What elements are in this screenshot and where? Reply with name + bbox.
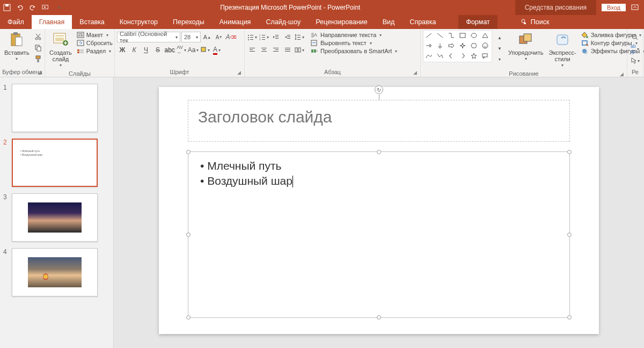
thumbnail-4[interactable]: 4 xyxy=(0,246,113,301)
resize-handle[interactable] xyxy=(567,150,572,154)
decrease-font-icon[interactable]: A▼ xyxy=(214,32,224,42)
align-text-button[interactable]: Выровнять текст xyxy=(309,39,399,47)
gallery-more-icon[interactable]: ▾ xyxy=(494,54,505,64)
decrease-indent-icon[interactable] xyxy=(270,32,281,42)
thumbnail-preview[interactable]: • Млечный путь• Воздушный шар xyxy=(12,139,98,187)
shape-smiley-icon[interactable] xyxy=(480,41,490,50)
tab-view[interactable]: Вид xyxy=(375,15,402,29)
login-button[interactable]: Вход xyxy=(602,4,626,11)
tab-insert[interactable]: Вставка xyxy=(72,15,112,29)
columns-icon[interactable] xyxy=(294,45,305,55)
strikethrough-icon[interactable]: S xyxy=(152,45,163,55)
ribbon-display-options-icon[interactable] xyxy=(631,4,639,11)
tab-format[interactable]: Формат xyxy=(458,15,497,29)
quick-styles-button[interactable]: Экспресс-стили▾ xyxy=(546,30,578,69)
title-placeholder[interactable]: Заголовок слайда ↻ xyxy=(188,100,570,142)
underline-icon[interactable]: Ч xyxy=(141,45,151,55)
thumbnail-preview[interactable] xyxy=(12,248,98,296)
tell-me-search[interactable]: Поиск xyxy=(513,15,557,29)
arrange-button[interactable]: Упорядочить▾ xyxy=(506,30,545,63)
shape-star5-icon[interactable] xyxy=(469,52,479,60)
shape-hexagon-icon[interactable] xyxy=(469,41,479,50)
new-slide-button[interactable]: Создать слайд ▾ xyxy=(47,30,74,69)
align-center-icon[interactable] xyxy=(259,45,269,55)
bold-icon[interactable]: Ж xyxy=(117,45,128,55)
shape-freeform-icon[interactable] xyxy=(435,52,445,60)
tab-file[interactable]: Файл xyxy=(0,15,32,29)
bullet-item[interactable]: Млечный путь xyxy=(200,158,558,173)
paste-button[interactable]: Вставить ▾ xyxy=(2,30,32,63)
thumbnail-3[interactable]: 3 xyxy=(0,191,113,246)
shape-star4-icon[interactable] xyxy=(458,41,467,50)
layout-button[interactable]: Макет xyxy=(75,31,114,39)
shape-arrow-d-icon[interactable] xyxy=(435,41,445,50)
gallery-down-icon[interactable]: ▼ xyxy=(494,43,505,54)
thumbnail-1[interactable]: 1 xyxy=(0,82,113,136)
launcher-icon[interactable]: ◢ xyxy=(38,70,41,75)
select-icon[interactable] xyxy=(630,55,640,66)
highlight-icon[interactable] xyxy=(200,45,210,55)
resize-handle[interactable] xyxy=(567,233,572,237)
font-name-combo[interactable]: Calibri (Основной тек▾ xyxy=(117,32,180,42)
slide-thumbnails-panel[interactable]: 1 2 • Млечный путь• Воздушный шар 3 4 xyxy=(0,77,114,348)
shape-curve-icon[interactable] xyxy=(424,52,434,60)
tab-transitions[interactable]: Переходы xyxy=(165,15,212,29)
justify-icon[interactable] xyxy=(282,45,293,55)
numbering-icon[interactable]: 123 xyxy=(259,32,269,42)
shape-connector-icon[interactable] xyxy=(447,31,456,40)
save-icon[interactable] xyxy=(3,4,11,11)
redo-icon[interactable] xyxy=(29,4,36,11)
resize-handle[interactable] xyxy=(377,315,381,320)
shape-line2-icon[interactable] xyxy=(435,31,445,40)
gallery-up-icon[interactable]: ▲ xyxy=(494,32,505,43)
font-size-combo[interactable]: 28▾ xyxy=(181,32,201,42)
text-direction-button[interactable]: ||AНаправление текста xyxy=(309,31,399,39)
bullets-icon[interactable] xyxy=(247,32,258,42)
launcher-icon[interactable]: ◢ xyxy=(237,70,241,75)
replace-icon[interactable]: abac xyxy=(630,44,640,54)
resize-handle[interactable] xyxy=(186,315,191,320)
tab-help[interactable]: Справка xyxy=(402,15,443,29)
shape-rbrace-icon[interactable] xyxy=(458,52,467,60)
shape-lbrace-icon[interactable] xyxy=(447,52,456,60)
bullet-item[interactable]: Воздушный шар xyxy=(200,173,558,189)
start-from-beginning-icon[interactable] xyxy=(42,4,49,11)
reset-button[interactable]: Сбросить xyxy=(75,39,114,47)
shape-callout-icon[interactable] xyxy=(480,52,490,60)
tab-animation[interactable]: Анимация xyxy=(212,15,259,29)
copy-icon[interactable] xyxy=(33,42,43,53)
resize-handle[interactable] xyxy=(567,315,572,320)
shape-block-arrow-icon[interactable] xyxy=(447,41,456,50)
shape-line-icon[interactable] xyxy=(424,31,434,40)
tab-slideshow[interactable]: Слайд-шоу xyxy=(258,15,308,29)
increase-font-icon[interactable]: A▲ xyxy=(202,32,213,42)
find-icon[interactable] xyxy=(630,32,640,42)
italic-icon[interactable]: К xyxy=(129,45,140,55)
cut-icon[interactable] xyxy=(33,31,43,42)
shape-oval-icon[interactable] xyxy=(469,31,479,40)
resize-handle[interactable] xyxy=(377,150,381,154)
slide-canvas-area[interactable]: Заголовок слайда ↻ Млечный путь Воздушны… xyxy=(114,77,644,348)
shape-triangle-icon[interactable] xyxy=(480,31,490,40)
slide[interactable]: Заголовок слайда ↻ Млечный путь Воздушны… xyxy=(159,87,599,334)
shadow-icon[interactable]: abc xyxy=(164,45,175,55)
tab-design[interactable]: Конструктор xyxy=(112,15,165,29)
smartart-button[interactable]: Преобразовать в SmartArt xyxy=(309,47,399,55)
align-left-icon[interactable] xyxy=(247,45,258,55)
shapes-gallery[interactable] xyxy=(423,30,492,62)
content-textbox[interactable]: Млечный путь Воздушный шар xyxy=(188,151,570,318)
rotate-handle-icon[interactable]: ↻ xyxy=(375,85,383,94)
format-painter-icon[interactable] xyxy=(33,54,43,64)
change-case-icon[interactable]: Aa xyxy=(188,45,199,55)
increase-indent-icon[interactable] xyxy=(282,32,293,42)
qat-customize-icon[interactable] xyxy=(55,4,62,11)
resize-handle[interactable] xyxy=(186,233,191,237)
bullet-list[interactable]: Млечный путь Воздушный шар xyxy=(188,152,569,195)
char-spacing-icon[interactable]: AV↔ xyxy=(176,45,187,55)
font-color-icon[interactable]: A xyxy=(211,45,222,55)
undo-icon[interactable] xyxy=(16,4,24,11)
launcher-icon[interactable]: ◢ xyxy=(413,70,417,75)
thumbnail-2[interactable]: 2 • Млечный путь• Воздушный шар xyxy=(0,136,113,191)
tab-home[interactable]: Главная xyxy=(32,15,72,29)
thumbnail-preview[interactable] xyxy=(12,84,98,132)
